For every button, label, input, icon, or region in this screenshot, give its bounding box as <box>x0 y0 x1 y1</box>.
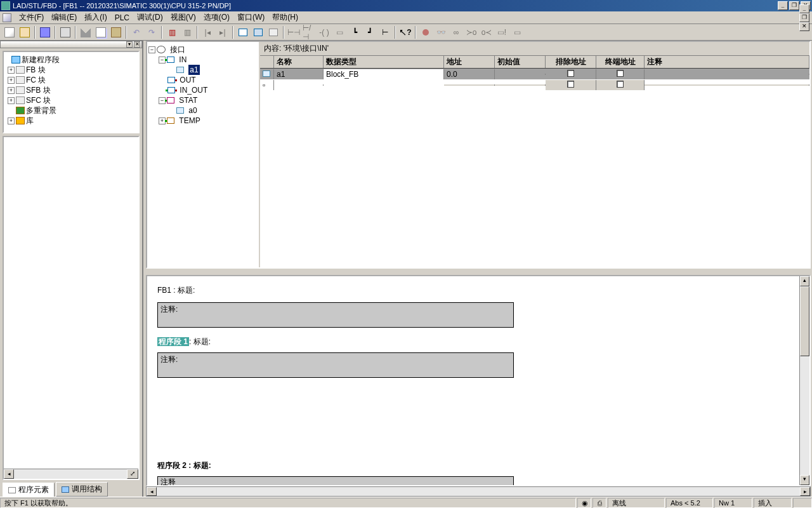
program-elements-tree[interactable]: 新建程序段 +FB 块 +FC 块 +SFB 块 +SFC 块 多重背景 +库 <box>3 51 140 133</box>
network-2-title[interactable]: 程序段 2 : 标题: <box>157 460 789 471</box>
tree-fc[interactable]: FC 块 <box>26 75 46 85</box>
exclude-checkbox[interactable] <box>567 70 574 77</box>
tree-sfc[interactable]: SFC 块 <box>26 95 51 105</box>
view-detail-button[interactable] <box>251 25 265 39</box>
tab-program-elements[interactable]: 程序元素 <box>3 483 55 497</box>
context-help-button[interactable]: ⭦? <box>398 25 412 39</box>
variable-table-columns: 名称 数据类型 地址 初始值 排除地址 终端地址 注释 <box>260 56 809 69</box>
menu-bar: 文件(F) 编辑(E) 插入(I) PLC 调试(D) 视图(V) 选项(O) … <box>0 11 812 24</box>
network-1-comment[interactable]: 注释: <box>157 352 514 378</box>
tab-call-structure[interactable]: 调用结构 <box>56 482 108 497</box>
scroll-thumb[interactable] <box>800 286 809 356</box>
view-overview-button[interactable] <box>236 25 250 39</box>
tree-fb[interactable]: FB 块 <box>26 65 46 75</box>
elem3-button[interactable]: -( ) <box>317 25 331 39</box>
expand-icon[interactable]: + <box>8 67 15 74</box>
monitor-d-button[interactable]: ▭! <box>495 25 509 39</box>
save-button[interactable] <box>38 25 52 39</box>
menu-file[interactable]: 文件(F) <box>15 11 48 23</box>
menu-view[interactable]: 视图(V) <box>167 11 200 23</box>
scroll-up-button[interactable]: ▴ <box>800 276 809 286</box>
block-title: FB1 : 标题: <box>157 285 789 296</box>
expand-lower-button[interactable]: ⤢ <box>127 469 138 479</box>
restore-button[interactable]: ❐ <box>789 1 799 10</box>
variable-table-header: 内容: '环境\接口\IN' <box>260 42 809 56</box>
redo-button[interactable]: ↷ <box>145 25 159 39</box>
monitor-a-button[interactable]: ∞ <box>449 25 463 39</box>
mdi-icon <box>3 13 11 22</box>
node-stat[interactable]: STAT <box>179 95 197 105</box>
mdi-minimize-button[interactable]: _ <box>799 4 809 13</box>
node-a0[interactable]: a0 <box>188 105 197 116</box>
menu-window[interactable]: 窗口(W) <box>233 11 268 23</box>
node-out[interactable]: OUT <box>180 75 195 85</box>
dock-pin-button[interactable]: ▾ <box>126 41 133 48</box>
variable-row-a1[interactable]: a1 Block_FB 0.0 <box>260 69 809 79</box>
title-bar: LAD/STL/FBD - [FB1 -- 20120321\SIMATIC 3… <box>0 0 812 11</box>
copy-button[interactable] <box>94 25 108 39</box>
lower-hscroll[interactable]: ◂ ⤢ <box>4 469 138 479</box>
network-2-comment-partial[interactable]: 注释 <box>157 476 514 485</box>
undo-button[interactable]: ↶ <box>129 25 143 39</box>
tree-lib[interactable]: 库 <box>26 116 34 126</box>
status-ins: 插入 <box>754 498 792 508</box>
scroll-down-button[interactable]: ▾ <box>800 475 809 485</box>
upload-button[interactable]: ▥ <box>180 25 194 39</box>
elem4-button[interactable]: ▭ <box>332 25 346 39</box>
menu-plc[interactable]: PLC <box>111 13 133 23</box>
dock-tabs: 程序元素 调用结构 <box>0 483 142 497</box>
monitor-e-button[interactable]: ▭ <box>510 25 524 39</box>
editor-vscroll[interactable]: ▴ ▾ <box>799 276 809 485</box>
code-editor[interactable]: FB1 : 标题: 注释: 程序段 1: 标题: 注释: 程序段 2 : 标题:… <box>147 276 799 485</box>
download-button[interactable]: ▥ <box>165 25 179 39</box>
status-bar: 按下 F1 以获取帮助。 ◉ ⎙ 离线 Abs < 5.2 Nw 1 插入 <box>0 497 812 508</box>
nav-last-button[interactable]: ▸| <box>216 25 230 39</box>
terminal-checkbox[interactable] <box>617 70 624 77</box>
mdi-close-button[interactable]: ✕ <box>799 22 809 31</box>
window-title: LAD/STL/FBD - [FB1 -- 20120321\SIMATIC 3… <box>13 2 778 10</box>
dock-close-button[interactable]: ✕ <box>134 41 140 48</box>
conn-button[interactable]: ⊢ <box>378 25 392 39</box>
interface-tree[interactable]: − 接口 − IN a1 OUT IN_OUT − STAT a0 + TEMP <box>147 42 260 267</box>
monitor-c-button[interactable]: o≺ <box>480 25 494 39</box>
editor-hscroll[interactable]: ◂▸ <box>146 486 811 497</box>
nav-first-button[interactable]: |◂ <box>200 25 214 39</box>
monitor-b-button[interactable]: ≻o <box>464 25 478 39</box>
menu-debug[interactable]: 调试(D) <box>133 11 167 23</box>
cut-button[interactable] <box>79 25 93 39</box>
branch-open-button[interactable]: ┗ <box>348 25 362 39</box>
elem2-button[interactable]: ⊢/⊣ <box>302 25 316 39</box>
node-inout[interactable]: IN_OUT <box>180 85 207 95</box>
open-button[interactable] <box>18 25 32 39</box>
menu-insert[interactable]: 插入(I) <box>81 11 110 23</box>
monitor-record-button[interactable] <box>419 25 433 39</box>
node-in[interactable]: IN <box>179 55 187 65</box>
status-abs: Abs < 5.2 <box>666 498 713 508</box>
monitor-glasses-button[interactable]: 👓 <box>434 25 448 39</box>
tree-new-network[interactable]: 新建程序段 <box>22 55 60 65</box>
node-interface[interactable]: 接口 <box>170 44 185 55</box>
minimize-button[interactable]: _ <box>778 1 788 10</box>
status-help: 按下 F1 以获取帮助。 <box>0 498 576 508</box>
variable-row-empty[interactable]: ▫ <box>260 79 809 90</box>
view-db-button[interactable] <box>266 25 280 39</box>
status-nw: Nw 1 <box>714 498 752 508</box>
app-icon <box>1 1 10 10</box>
menu-help[interactable]: 帮助(H) <box>268 11 302 23</box>
new-button[interactable] <box>3 25 16 39</box>
elem1-button[interactable]: ⊢⊣ <box>287 25 301 39</box>
mdi-restore-button[interactable]: ❐ <box>799 13 809 22</box>
tree-sfb[interactable]: SFB 块 <box>26 85 51 95</box>
print-button[interactable] <box>58 25 72 39</box>
paste-button[interactable] <box>109 25 123 39</box>
status-icon-2: ⎙ <box>593 498 606 508</box>
menu-edit[interactable]: 编辑(E) <box>48 11 81 23</box>
node-a1[interactable]: a1 <box>188 65 199 75</box>
branch-close-button[interactable]: ┛ <box>363 25 377 39</box>
node-temp[interactable]: TEMP <box>179 116 200 126</box>
status-icon-1: ◉ <box>577 498 591 508</box>
menu-options[interactable]: 选项(O) <box>200 11 233 23</box>
block-comment[interactable]: 注释: <box>157 302 514 328</box>
tree-multi[interactable]: 多重背景 <box>26 105 56 116</box>
network-1-title[interactable]: 程序段 1: 标题: <box>157 337 789 347</box>
